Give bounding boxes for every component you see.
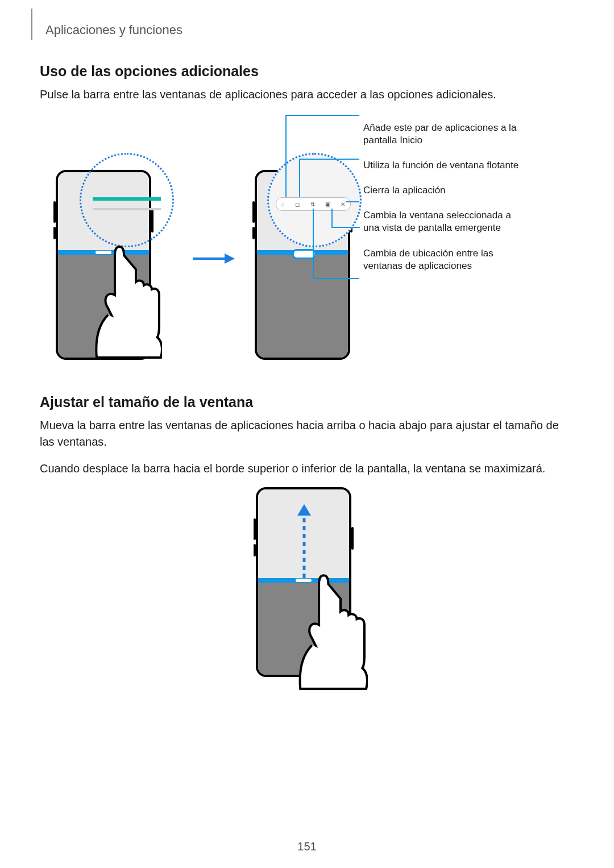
paragraph-resize-2: Cuando desplace la barra hacia el borde …	[40, 460, 574, 477]
heading-resize-window: Ajustar el tamaño de la ventana	[40, 394, 574, 410]
callout-popup-view: Cambia la ventana seleccionada a una vis…	[363, 209, 522, 234]
svg-marker-3	[225, 254, 235, 264]
svg-rect-1	[93, 208, 161, 210]
swap-windows-icon: ⇅	[310, 201, 315, 207]
figure-resize-window	[256, 487, 358, 697]
paragraph-additional-options: Pulse la barra entre las ventanas de apl…	[40, 86, 574, 103]
header-accent-line	[31, 9, 32, 40]
close-app-icon: ✕	[341, 201, 345, 207]
callout-close-app: Cierra la aplicación	[363, 184, 522, 197]
hand-tap-icon	[88, 241, 162, 360]
callout-add-pair: Añade este par de aplicaciones a la pant…	[363, 122, 522, 147]
callout-swap-apps: Cambia de ubicación entre las ventanas d…	[363, 247, 522, 272]
popup-view-icon: ▣	[325, 201, 330, 207]
svg-rect-0	[93, 197, 161, 201]
zoom-circle-left	[80, 153, 174, 247]
breadcrumb: Aplicaciones y funciones	[45, 23, 574, 38]
heading-additional-options: Uso de las opciones adicionales	[40, 63, 574, 80]
callout-snap-window: Utiliza la función de ventana flotante	[363, 159, 522, 172]
home-pair-icon: ⌂	[281, 201, 285, 207]
figure-additional-options: ⌂ ◻ ⇅ ▣ ✕ Añade este par de aplicaciones…	[40, 113, 574, 380]
arrow-right-icon	[190, 247, 236, 272]
paragraph-resize-1: Mueva la barra entre las ventanas de apl…	[40, 417, 574, 450]
svg-marker-5	[297, 504, 311, 516]
hand-drag-icon	[291, 570, 368, 692]
page-number: 151	[0, 840, 614, 853]
snap-window-icon: ◻	[295, 201, 300, 207]
